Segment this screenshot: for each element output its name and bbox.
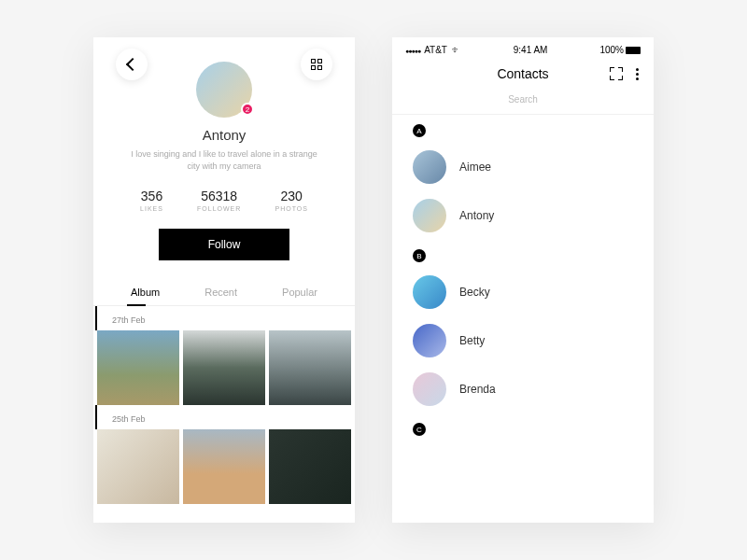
contact-row[interactable]: Antony: [392, 191, 654, 240]
qr-button[interactable]: [301, 49, 332, 80]
contact-row[interactable]: Becky: [392, 268, 654, 316]
avatar[interactable]: 2: [196, 62, 252, 118]
page-title: Contacts: [497, 66, 548, 81]
arrow-left-icon: [126, 58, 139, 71]
photo-thumb[interactable]: [269, 330, 351, 405]
profile-header: 2 Antony I love singing and I like to tr…: [93, 62, 355, 260]
qr-icon: [311, 59, 322, 70]
user-bio: I love singing and I like to travel alon…: [131, 148, 317, 172]
stat-photos[interactable]: 230 PHOTOS: [275, 189, 307, 212]
contact-name: Betty: [459, 334, 485, 347]
status-bar: AT&T ᯤ 9:41 AM 100%: [392, 37, 654, 59]
contact-name: Brenda: [459, 383, 496, 396]
stats-row: 356 LIKES 56318 FOLLOWER 230 PHOTOS: [116, 189, 332, 212]
username: Antony: [203, 127, 247, 143]
follow-button[interactable]: Follow: [159, 229, 289, 260]
tab-popular[interactable]: Popular: [278, 279, 321, 305]
profile-tabs: Album Recent Popular: [93, 279, 355, 306]
date-section: 25th Feb: [95, 405, 355, 429]
clock: 9:41 AM: [514, 45, 548, 55]
section-letter: C: [413, 423, 426, 436]
contact-row[interactable]: Betty: [392, 316, 654, 365]
photo-thumb[interactable]: [97, 330, 179, 405]
photo-thumb[interactable]: [183, 429, 265, 504]
photo-grid: [93, 429, 355, 504]
contact-row[interactable]: Aimee: [392, 143, 654, 191]
scan-icon[interactable]: [610, 67, 623, 80]
contact-avatar: [413, 372, 446, 406]
contact-avatar: [413, 150, 446, 184]
search-input[interactable]: Search: [392, 89, 654, 115]
contacts-header: Contacts: [392, 59, 654, 89]
photo-thumb[interactable]: [183, 330, 265, 405]
tab-recent[interactable]: Recent: [201, 279, 241, 305]
stat-label: PHOTOS: [275, 205, 307, 212]
carrier: AT&T ᯤ: [405, 45, 461, 55]
contacts-screen: AT&T ᯤ 9:41 AM 100% Contacts Search A Ai…: [392, 37, 654, 523]
notification-badge: 2: [241, 103, 254, 116]
contact-avatar: [413, 324, 446, 357]
contact-avatar: [413, 275, 446, 309]
contact-row[interactable]: Brenda: [392, 365, 654, 413]
contact-name: Antony: [459, 209, 494, 222]
wifi-icon: ᯤ: [449, 45, 461, 55]
stat-value: 56318: [197, 189, 241, 203]
contact-name: Becky: [459, 286, 490, 299]
date-section: 27th Feb: [95, 306, 355, 330]
stat-follower[interactable]: 56318 FOLLOWER: [197, 189, 241, 212]
stat-likes[interactable]: 356 LIKES: [140, 189, 163, 212]
photo-thumb[interactable]: [269, 429, 351, 504]
battery-indicator: 100%: [599, 45, 641, 55]
stat-value: 356: [140, 189, 163, 203]
contact-name: Aimee: [459, 161, 491, 174]
section-letter: B: [413, 249, 426, 262]
photo-grid: [93, 330, 355, 405]
photo-thumb[interactable]: [97, 429, 179, 504]
stat-label: FOLLOWER: [197, 205, 241, 212]
tab-album[interactable]: Album: [127, 279, 163, 305]
section-letter: A: [413, 124, 426, 137]
stat-label: LIKES: [140, 205, 163, 212]
stat-value: 230: [275, 189, 307, 203]
back-button[interactable]: [116, 49, 148, 80]
profile-screen: 2 Antony I love singing and I like to tr…: [93, 37, 355, 523]
more-icon[interactable]: [636, 68, 639, 80]
contact-avatar: [413, 199, 446, 232]
